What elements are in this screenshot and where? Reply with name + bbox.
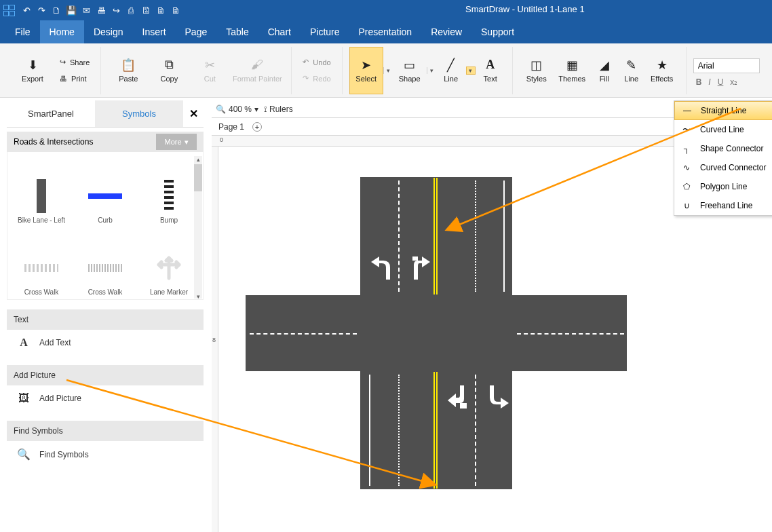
line-opt-polygon[interactable]: ⬠Polygon Line (674, 177, 772, 196)
menu-design[interactable]: Design (84, 20, 133, 43)
brush-icon: 🖌 (250, 58, 264, 72)
menu-chart[interactable]: Chart (258, 20, 301, 43)
menu-table[interactable]: Table (216, 20, 258, 43)
add-text-item[interactable]: AAdd Text (7, 330, 204, 356)
effects-button[interactable]: ★Effects (645, 47, 679, 94)
symbol-bump[interactable]: Bump (139, 156, 199, 224)
menu-bar: File Home Design Insert Page Table Chart… (0, 20, 772, 43)
add-page-icon[interactable]: + (252, 122, 262, 132)
fill-button[interactable]: ◢Fill (591, 47, 618, 94)
bold-button[interactable]: B (696, 77, 702, 87)
text-icon: A (16, 337, 31, 349)
line-opt-straight[interactable]: —Straight Line (674, 101, 772, 120)
save-icon[interactable]: 💾 (65, 4, 77, 16)
export-button[interactable]: ⬇Export (12, 47, 53, 94)
line2-button[interactable]: ✎Line (618, 47, 645, 94)
menu-review[interactable]: Review (421, 20, 471, 43)
text-button[interactable]: AText (476, 47, 505, 94)
share-icon[interactable]: ↪ (110, 4, 122, 16)
subscript-button[interactable]: x₂ (730, 77, 737, 87)
zoom-control[interactable]: 🔍400 %▾ (216, 104, 258, 114)
line-dropdown-menu: —Straight Line 〜Curved Line ┐Shape Conne… (674, 100, 772, 216)
search-icon: 🔍 (16, 448, 31, 461)
redo-icon[interactable]: ↷ (35, 4, 47, 16)
new-icon[interactable]: 🗋 (50, 4, 62, 16)
symbol-curb[interactable]: Curb (75, 156, 135, 224)
ruler-icon: ⟟ (264, 104, 267, 114)
line-button[interactable]: ╱Line (436, 47, 466, 94)
add-picture-item[interactable]: 🖼Add Picture (7, 385, 204, 411)
find-section-header: Find Symbols (7, 421, 204, 441)
undo-icon: ↶ (303, 58, 309, 66)
symbol-group-header: Roads & Intersections More▾ (7, 132, 204, 152)
shape-button[interactable]: ▭Shape (393, 47, 427, 94)
symbol-group-title: Roads & Intersections (14, 137, 93, 147)
format-painter-button[interactable]: 🖌Format Painter (230, 47, 284, 94)
menu-picture[interactable]: Picture (301, 20, 349, 43)
symbol-lane-marker-1[interactable]: Lane Marker (139, 228, 199, 296)
curved-connector-icon: ∿ (680, 163, 693, 172)
line-opt-shape-connector[interactable]: ┐Shape Connector (674, 139, 772, 158)
pen-icon: ✎ (625, 58, 638, 72)
select-dropdown[interactable]: ▾ (383, 67, 393, 74)
image-icon: 🖼 (16, 392, 31, 404)
styles-button[interactable]: ◫Styles (520, 47, 554, 94)
menu-insert[interactable]: Insert (133, 20, 176, 43)
symbol-crosswalk-1[interactable]: Cross Walk (12, 228, 71, 296)
export-other-icon[interactable]: 🗎 (170, 4, 182, 16)
share-icon: ↪ (60, 58, 66, 66)
menu-page[interactable]: Page (176, 20, 217, 43)
window-title: SmartDraw - Untitled 1-Lane 1 (465, 4, 585, 14)
line-dropdown[interactable]: ▾ (466, 66, 476, 75)
export-pdf-icon[interactable]: ⎙ (125, 4, 137, 16)
symbol-crosswalk-2[interactable]: Cross Walk (75, 228, 135, 296)
symbol-scrollbar[interactable]: ▴▾ (194, 156, 202, 299)
quick-access-toolbar: ↶ ↷ 🗋 💾 ✉ 🖶 ↪ ⎙ 🖻 🗎 🗎 (3, 4, 182, 16)
export-doc-icon[interactable]: 🗎 (155, 4, 167, 16)
download-icon: ⬇ (26, 58, 39, 72)
rulers-toggle[interactable]: ⟟Rulers (264, 104, 293, 114)
panel-close-icon[interactable]: ✕ (183, 107, 204, 120)
copy-icon: ⧉ (162, 58, 176, 72)
tab-symbols[interactable]: Symbols (95, 100, 183, 127)
share-button[interactable]: ↪Share (56, 56, 94, 69)
export-img-icon[interactable]: 🖻 (140, 4, 152, 16)
page-tab-1[interactable]: Page 1 (218, 122, 244, 132)
more-button[interactable]: More▾ (156, 134, 197, 150)
cut-button[interactable]: ✂Cut (189, 47, 230, 94)
underline-button[interactable]: U (718, 77, 724, 87)
ruler-vertical: 8 (212, 147, 218, 532)
freehand-icon: ∪ (680, 201, 693, 210)
print-icon[interactable]: 🖶 (95, 4, 107, 16)
paste-button[interactable]: 📋Paste (108, 47, 149, 94)
title-bar: ↶ ↷ 🗋 💾 ✉ 🖶 ↪ ⎙ 🖻 🗎 🗎 SmartDraw - Untitl… (0, 0, 772, 20)
text-icon: A (484, 58, 497, 72)
undo-button[interactable]: ↶Undo (298, 56, 334, 69)
line-opt-freehand[interactable]: ∪Freehand Line (674, 196, 772, 215)
shape-dropdown[interactable]: ▾ (427, 67, 436, 74)
line-opt-curved[interactable]: 〜Curved Line (674, 120, 772, 139)
star-icon: ★ (655, 58, 669, 72)
ribbon: ⬇Export ↪Share 🖶Print 📋Paste ⧉Copy ✂Cut … (0, 43, 772, 98)
italic-button[interactable]: I (708, 77, 710, 87)
scissors-icon: ✂ (203, 58, 216, 72)
find-symbols-item[interactable]: 🔍Find Symbols (7, 441, 204, 468)
mail-icon[interactable]: ✉ (80, 4, 92, 16)
menu-support[interactable]: Support (471, 20, 524, 43)
symbol-bike-lane[interactable]: Bike Lane - Left (12, 156, 71, 224)
menu-presentation[interactable]: Presentation (349, 20, 422, 43)
tab-smartpanel[interactable]: SmartPanel (7, 100, 95, 127)
symbol-grid: Bike Lane - Left Curb Bump Cross Walk Cr… (7, 152, 204, 300)
print-button[interactable]: 🖶Print (56, 72, 94, 86)
copy-button[interactable]: ⧉Copy (149, 47, 189, 94)
menu-home[interactable]: Home (40, 20, 84, 43)
menu-file[interactable]: File (5, 20, 40, 43)
app-logo-icon (3, 4, 15, 16)
redo-button[interactable]: ↷Redo (298, 72, 334, 86)
select-button[interactable]: ➤Select (349, 47, 383, 94)
undo-icon[interactable]: ↶ (20, 4, 33, 16)
polygon-icon: ⬠ (680, 182, 693, 191)
themes-button[interactable]: ▦Themes (554, 47, 591, 94)
font-family-input[interactable] (693, 58, 760, 73)
line-opt-curved-connector[interactable]: ∿Curved Connector (674, 158, 772, 177)
